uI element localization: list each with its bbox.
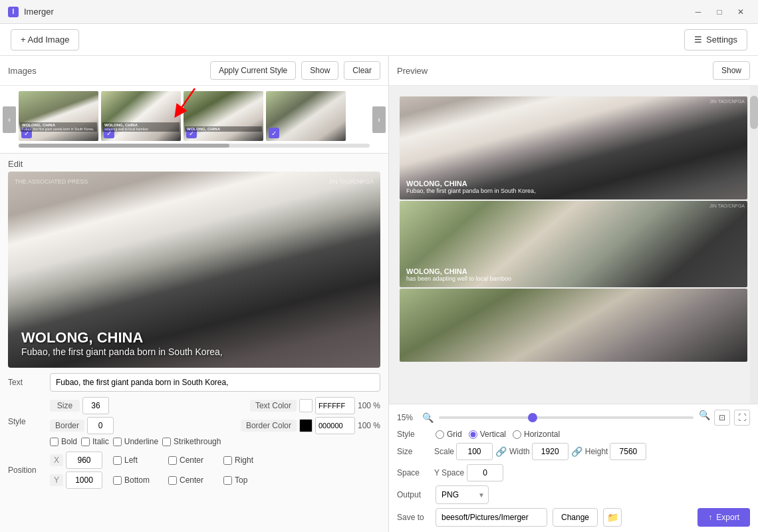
center2-label: Center: [180, 475, 213, 485]
bottom-check: Bottom: [113, 475, 158, 485]
output-settings-row: Output PNG JPG WEBP ▼: [397, 485, 750, 504]
minimize-button[interactable]: ─: [689, 3, 707, 21]
text-color-swatch[interactable]: [299, 399, 313, 412]
bottom-checkbox[interactable]: [113, 476, 122, 485]
open-folder-button[interactable]: 📁: [603, 508, 622, 527]
zoom-in-icon[interactable]: 🔍: [699, 410, 710, 426]
save-path-input[interactable]: [436, 508, 547, 527]
preview-scrollbar[interactable]: [750, 86, 758, 404]
underline-checkbox-group: Underline: [113, 437, 158, 446]
scale-item: Scale: [434, 443, 493, 460]
style-label: Style: [8, 417, 45, 426]
close-button[interactable]: ✕: [731, 3, 750, 21]
output-format-select[interactable]: PNG JPG WEBP: [436, 485, 489, 504]
folder-icon: 📁: [607, 512, 618, 523]
titlebar-left: I Imerger: [8, 7, 54, 17]
center2-checkbox[interactable]: [168, 476, 177, 485]
space-settings-label: Space: [397, 468, 430, 477]
zoom-thumb[interactable]: [528, 413, 537, 422]
border-item: Border: [50, 417, 114, 434]
preview-watermark-1: JIN TAO/CNFGA: [709, 99, 745, 104]
preview-images: JIN TAO/CNFGA WOLONG, CHINA Fubao, the f…: [400, 96, 747, 362]
text-control-row: Text: [8, 373, 380, 392]
images-label: Images: [8, 66, 37, 76]
border-input[interactable]: [87, 417, 114, 434]
text-color-hex[interactable]: [315, 397, 355, 414]
border-color-swatch[interactable]: [299, 419, 313, 432]
height-input[interactable]: [610, 443, 646, 460]
scale-input[interactable]: [456, 443, 493, 460]
width-item: Width: [509, 443, 568, 460]
apply-style-button[interactable]: Apply Current Style: [210, 61, 296, 80]
x-input[interactable]: [66, 452, 102, 469]
left-label: Left: [124, 456, 158, 465]
y-input[interactable]: [66, 471, 102, 489]
border-color-hex[interactable]: [315, 417, 355, 434]
style-row-3: Bold Italic Underline: [50, 437, 380, 446]
canvas-text-sub: Fubao, the first giant panda born in Sou…: [21, 346, 367, 357]
fit-button[interactable]: ⊡: [714, 410, 730, 426]
strip-prev-button[interactable]: ‹: [3, 106, 16, 133]
change-path-button[interactable]: Change: [553, 508, 598, 527]
strip-next-button[interactable]: ›: [372, 106, 386, 133]
italic-label: Italic: [92, 437, 109, 446]
height-label: Height: [585, 447, 608, 456]
strikethrough-label: Strikethrough: [174, 437, 221, 446]
titlebar: I Imerger ─ □ ✕: [0, 0, 758, 24]
settings-button[interactable]: ☰ Settings: [684, 29, 747, 51]
bold-checkbox-group: Bold: [50, 437, 77, 446]
text-color-item: Text Color 100 %: [250, 397, 380, 414]
position-control-row: Position X Left: [8, 452, 380, 489]
left-checkbox[interactable]: [113, 456, 122, 465]
settings-icon: ☰: [694, 35, 702, 45]
x-coord: X: [50, 452, 102, 469]
right-panel: Preview Show JIN TAO/CNFGA WOLONG, CHINA…: [389, 56, 758, 532]
fullscreen-button[interactable]: ⛶: [734, 410, 750, 426]
top-check: Top: [223, 475, 268, 485]
scale-label: Scale: [434, 447, 454, 456]
clear-button[interactable]: Clear: [344, 61, 380, 80]
right-checkbox[interactable]: [223, 456, 232, 465]
export-button[interactable]: ↑ Export: [697, 508, 750, 527]
preview-image-3: [400, 289, 747, 362]
thumbnail-3[interactable]: WOLONG, CHINA: [184, 91, 263, 141]
add-image-button[interactable]: + Add Image: [11, 29, 79, 51]
center1-label: Center: [180, 456, 213, 465]
size-input[interactable]: [82, 397, 109, 414]
thumbnail-4[interactable]: [266, 91, 346, 141]
vertical-radio[interactable]: [469, 430, 477, 439]
underline-checkbox[interactable]: [113, 438, 122, 446]
text-input[interactable]: [50, 373, 380, 392]
style-control-row: Style Size Text Color: [8, 397, 380, 446]
width-input[interactable]: [532, 443, 568, 460]
vertical-radio-item: Vertical: [469, 430, 506, 439]
size-label: Size: [50, 400, 80, 412]
grid-radio[interactable]: [436, 430, 444, 439]
thumbnail-2[interactable]: WOLONG, CHINA adapting well to local bam…: [101, 91, 181, 141]
preview-text-main-2: WOLONG, CHINA: [406, 267, 741, 275]
controls: Text Style Size Te: [0, 368, 388, 494]
position-label: Position: [8, 466, 45, 475]
images-show-button[interactable]: Show: [301, 61, 338, 80]
maximize-button[interactable]: □: [710, 3, 729, 21]
horizontal-radio-label: Horizontal: [524, 430, 560, 439]
strikethrough-checkbox[interactable]: [162, 438, 171, 446]
zoom-slider[interactable]: [439, 416, 694, 419]
preview-text-sub-1: Fubao, the first giant panda born in Sou…: [406, 188, 741, 194]
height-item: Height: [585, 443, 647, 460]
edit-label: Edit: [0, 154, 388, 172]
preview-image-1: JIN TAO/CNFGA WOLONG, CHINA Fubao, the f…: [400, 96, 747, 200]
preview-scroll[interactable]: JIN TAO/CNFGA WOLONG, CHINA Fubao, the f…: [389, 86, 758, 404]
bold-checkbox[interactable]: [50, 438, 59, 446]
horizontal-radio[interactable]: [513, 430, 521, 439]
thumbnail-1[interactable]: WOLONG, CHINA Fubao, the first giant pan…: [19, 91, 98, 141]
top-checkbox[interactable]: [223, 476, 232, 485]
y-space-input[interactable]: [467, 464, 503, 481]
preview-show-button[interactable]: Show: [713, 61, 750, 80]
app-icon: I: [8, 7, 19, 17]
canvas-text-main: WOLONG, CHINA: [21, 329, 367, 346]
center1-checkbox[interactable]: [168, 456, 177, 465]
zoom-out-icon[interactable]: 🔍: [422, 412, 434, 423]
style-settings-label: Style: [397, 430, 430, 439]
italic-checkbox[interactable]: [81, 438, 90, 446]
